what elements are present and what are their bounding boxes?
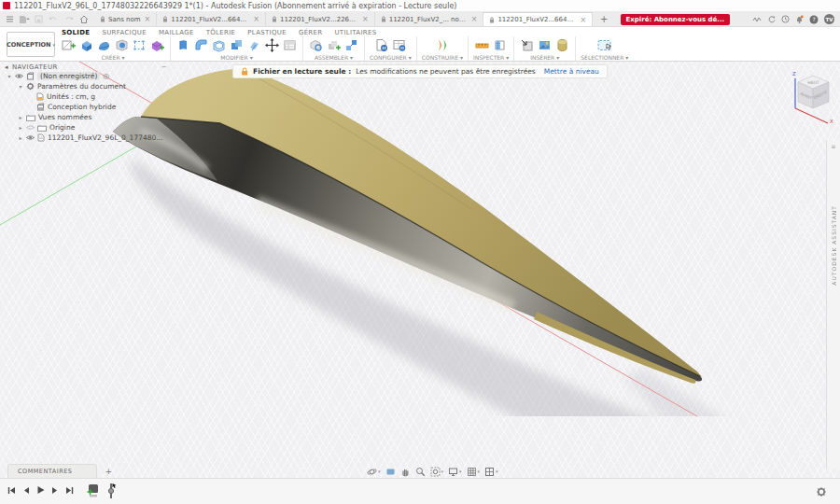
- viewport-3d[interactable]: Fichier en lecture seule : Les modificat…: [0, 62, 840, 478]
- tree-item-named-views[interactable]: ▸ Vues nommées: [5, 112, 173, 122]
- display-settings-button[interactable]: ▾: [448, 467, 462, 477]
- tree-collapse-icon[interactable]: ▸: [18, 124, 23, 131]
- tree-item-label[interactable]: Vues nommées: [38, 113, 91, 121]
- close-tab-icon[interactable]: ×: [471, 15, 478, 23]
- go-to-end-icon[interactable]: [65, 486, 74, 495]
- measure-icon[interactable]: [474, 37, 490, 53]
- select-icon[interactable]: [595, 37, 614, 53]
- tree-item-body[interactable]: ▸ 112201_FluxV2_96L_0_177480...: [5, 133, 173, 143]
- document-tab[interactable]: 112201_FluxV2...6643929 2*(1) ×: [157, 12, 266, 26]
- insert-image-icon[interactable]: [537, 37, 553, 53]
- tree-item-label[interactable]: (Non enregistré): [37, 72, 100, 80]
- group-label[interactable]: INSÉRER: [530, 54, 554, 61]
- playhead-icon[interactable]: [106, 483, 118, 500]
- help-icon[interactable]: ?: [809, 15, 819, 24]
- fillet-icon[interactable]: [193, 37, 209, 53]
- visibility-off-eye-icon[interactable]: [26, 124, 35, 131]
- move-copy-icon[interactable]: [264, 37, 280, 53]
- visibility-eye-icon[interactable]: [15, 73, 23, 79]
- new-component-icon[interactable]: [308, 37, 324, 53]
- press-pull-icon[interactable]: [175, 37, 191, 53]
- group-label[interactable]: INSPECTER: [473, 54, 504, 61]
- look-at-button[interactable]: [385, 467, 396, 477]
- tree-item-units[interactable]: Unités : cm, g: [5, 91, 173, 102]
- comments-tab[interactable]: COMMENTAIRES: [7, 464, 97, 478]
- section-analysis-icon[interactable]: [492, 37, 508, 53]
- visibility-eye-icon[interactable]: [26, 134, 35, 141]
- document-tab-active[interactable]: 112201_FluxV2...6643929 1*(1) ×: [483, 12, 593, 26]
- assistant-panel-strip[interactable]: ≡ AUTODESK ASSISTANT: [826, 140, 840, 469]
- close-tab-icon[interactable]: ×: [362, 15, 369, 23]
- minimize-icon[interactable]: −: [161, 63, 167, 71]
- joint-icon[interactable]: [343, 37, 359, 53]
- extrude-icon[interactable]: [78, 37, 94, 53]
- tree-item-document-settings[interactable]: ▾ Paramètres du document: [5, 81, 173, 91]
- sync-icon[interactable]: [767, 15, 776, 23]
- zoom-button[interactable]: [415, 467, 426, 477]
- create-sketch-icon[interactable]: [61, 37, 77, 53]
- new-tab-button[interactable]: +: [593, 12, 615, 26]
- change-parameters-icon[interactable]: [282, 37, 298, 53]
- new-document-icon[interactable]: [19, 15, 30, 24]
- tree-collapse-icon[interactable]: ▸: [18, 134, 23, 141]
- group-label[interactable]: ASSEMBLER: [315, 54, 348, 61]
- job-status-icon[interactable]: [752, 16, 762, 23]
- construction-plane-icon[interactable]: [434, 37, 450, 53]
- tree-item-label[interactable]: Unités : cm, g: [47, 92, 95, 101]
- combine-icon[interactable]: [229, 37, 245, 53]
- tree-collapse-icon[interactable]: ▸: [18, 114, 23, 120]
- tree-item-label[interactable]: Origine: [49, 123, 75, 132]
- home-icon[interactable]: [79, 15, 89, 23]
- add-component-icon[interactable]: [326, 37, 342, 53]
- tree-item-label[interactable]: Conception hybride: [48, 103, 116, 111]
- box-primitive-icon[interactable]: [132, 37, 147, 53]
- upgrade-link[interactable]: Mettre à niveau: [544, 67, 599, 76]
- document-tab[interactable]: Sans nom ×: [94, 12, 157, 26]
- group-label[interactable]: CRÉER: [101, 54, 119, 61]
- shell-icon[interactable]: [211, 37, 227, 53]
- create-form-icon[interactable]: [149, 37, 165, 53]
- insert-canvas-icon[interactable]: [554, 37, 570, 53]
- offset-face-icon[interactable]: [246, 37, 262, 53]
- configuration-table-icon[interactable]: [391, 37, 407, 53]
- collapse-panel-icon[interactable]: ◂: [5, 63, 8, 71]
- app-menu-icon[interactable]: [6, 15, 14, 23]
- tree-expand-icon[interactable]: ▾: [7, 73, 12, 79]
- fit-button[interactable]: ▾: [430, 467, 444, 477]
- orbit-button[interactable]: ▾: [367, 467, 381, 477]
- timeline-settings-gear-icon[interactable]: [816, 486, 827, 497]
- grid-settings-button[interactable]: ▾: [467, 467, 481, 477]
- configuration-icon[interactable]: [373, 37, 389, 53]
- document-tab[interactable]: 112201_FluxV2_... no closes*(1) ×: [375, 12, 484, 26]
- tree-item-origin[interactable]: ▸ Origine: [5, 122, 173, 133]
- workspace-selector[interactable]: CONCEPTION ▾: [7, 32, 55, 57]
- viewports-button[interactable]: ▾: [484, 467, 498, 477]
- step-back-icon[interactable]: [22, 486, 30, 495]
- revolve-icon[interactable]: [114, 37, 130, 53]
- add-comment-button[interactable]: +: [105, 467, 112, 476]
- close-tab-icon[interactable]: ×: [580, 16, 586, 24]
- tree-expand-icon[interactable]: ▾: [18, 83, 23, 90]
- notifications-bell-icon[interactable]: [795, 15, 804, 24]
- create-component-group-icon[interactable]: [86, 483, 101, 499]
- document-tab[interactable]: 112201_FluxV2...226643929*(1) ×: [266, 12, 375, 26]
- step-forward-icon[interactable]: [51, 486, 59, 495]
- close-tab-icon[interactable]: ×: [145, 15, 151, 23]
- view-cube[interactable]: Z X HAUT AVANT DROITE: [787, 67, 837, 125]
- go-to-start-icon[interactable]: [7, 486, 16, 495]
- sweep-icon[interactable]: [96, 37, 112, 53]
- group-label[interactable]: MODIFIER: [220, 54, 247, 61]
- play-icon[interactable]: [36, 485, 45, 495]
- group-label[interactable]: CONFIGURER: [370, 54, 407, 61]
- avatar[interactable]: TV: [824, 14, 834, 24]
- tree-item-label[interactable]: Paramètres du document: [37, 82, 126, 91]
- activate-target-icon[interactable]: ◎: [103, 72, 109, 80]
- group-label[interactable]: SÉLECTIONNER: [581, 54, 623, 61]
- group-label[interactable]: CONSTRUIRE: [422, 54, 458, 61]
- subscription-expired-badge[interactable]: Expiré: Abonnez-vous dé...: [621, 14, 731, 25]
- tree-item-document[interactable]: ▾ (Non enregistré) ◎: [5, 71, 173, 81]
- tree-item-label[interactable]: 112201_FluxV2_96L_0_177480...: [48, 133, 162, 142]
- assistant-handle-icon[interactable]: ≡: [831, 143, 835, 149]
- tree-item-hybrid-design[interactable]: Conception hybride: [5, 102, 173, 112]
- clock-icon[interactable]: [781, 15, 790, 23]
